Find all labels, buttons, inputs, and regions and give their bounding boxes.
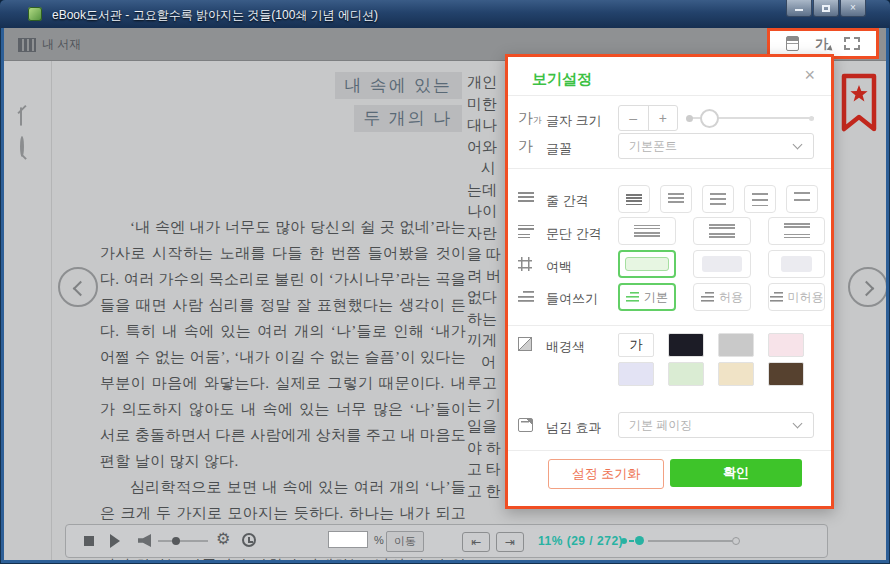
paragraph-spacing-option-2[interactable] [693, 217, 751, 245]
divider [508, 168, 831, 169]
font-select-value: 기본폰트 [629, 139, 677, 153]
bg-color-swatch-brown[interactable] [768, 362, 804, 386]
indent-label: 들여쓰기 [546, 290, 598, 308]
volume-slider-handle[interactable] [172, 537, 180, 545]
progress-slider-end [732, 537, 740, 545]
line-spacing-option-1[interactable] [618, 185, 650, 213]
bookmark-icon[interactable] [840, 73, 878, 133]
page-effect-select[interactable]: 기본 페이징 [618, 412, 814, 438]
chevron-left-icon [73, 281, 89, 297]
margin-option-large[interactable] [618, 250, 676, 278]
progress-slider-track[interactable] [648, 540, 732, 542]
page-effect-icon [518, 418, 533, 432]
line-spacing-option-5[interactable] [786, 185, 818, 213]
font-size-icon: 가가 [518, 110, 542, 125]
percent-sign: % [374, 534, 384, 546]
line-spacing-option-2[interactable] [660, 185, 692, 213]
tts-stop-button[interactable] [84, 536, 94, 546]
minimize-icon [795, 9, 803, 11]
paragraph-spacing-option-3[interactable] [768, 217, 825, 245]
progress-marker-dash [629, 540, 634, 542]
margin-option-medium[interactable] [693, 250, 751, 278]
indent-glyph [701, 292, 714, 303]
indent-icon [518, 290, 534, 303]
minimize-button[interactable] [786, 0, 812, 17]
fullscreen-icon[interactable] [844, 37, 860, 50]
bg-color-swatch-lavender[interactable] [618, 362, 654, 386]
confirm-button[interactable]: 확인 [670, 459, 802, 487]
line-spacing-option-4[interactable] [744, 185, 776, 213]
line-spacing-glyph [752, 193, 768, 206]
background-color-icon [518, 337, 532, 351]
indent-glyph [770, 292, 783, 303]
maximize-button[interactable] [813, 0, 839, 17]
chapter-title: 내 속에 있는 두 개의 나 [4, 72, 462, 138]
gear-icon[interactable]: ⚙ [216, 531, 230, 547]
bg-color-swatch-dark[interactable] [668, 333, 704, 357]
font-size-decrease-button[interactable]: – [619, 106, 648, 130]
font-settings-icon[interactable]: 가 [815, 37, 828, 50]
percent-input[interactable] [328, 531, 368, 548]
indent-option-disallow[interactable]: 미허용 [768, 283, 825, 311]
font-size-slider-min-dot [686, 115, 693, 122]
progress-marker-dot [621, 538, 627, 544]
prev-page-button[interactable] [58, 267, 98, 307]
my-library-label: 내 서재 [42, 36, 81, 53]
indent-option-label: 허용 [719, 289, 743, 306]
bg-color-swatch-cream[interactable] [718, 362, 754, 386]
bottom-toolbar: ⚙ % 이동 ⇤ ⇥ 11% (29 / 272) [65, 524, 828, 558]
font-size-label: 글자 크기 [546, 112, 602, 130]
paragraph-spacing-label: 문단 간격 [546, 225, 602, 243]
go-button[interactable]: 이동 [386, 531, 424, 552]
paragraph-spacing-icon [518, 225, 534, 238]
tts-play-button[interactable] [110, 534, 120, 548]
bg-color-swatch-gray[interactable] [718, 333, 754, 357]
margin-glyph [702, 256, 742, 272]
indent-option-allow[interactable]: 허용 [693, 283, 751, 311]
page-effect-label: 넘김 효과 [546, 419, 602, 437]
font-size-slider-max-dot [809, 116, 814, 121]
search-button[interactable] [20, 138, 24, 156]
next-page-button[interactable] [848, 267, 886, 307]
line-spacing-glyph [710, 193, 726, 205]
bg-color-swatch-green[interactable] [668, 362, 704, 386]
divider [508, 95, 831, 96]
paragraph-spacing-option-1[interactable] [618, 217, 676, 245]
volume-slider[interactable] [158, 540, 208, 542]
chevron-right-icon [859, 281, 875, 297]
progress-slider-handle[interactable] [635, 536, 644, 545]
line-spacing-glyph [668, 193, 684, 205]
bg-color-swatch-white[interactable]: 가 [618, 333, 654, 357]
font-icon: 가 [518, 138, 533, 153]
panel-close-icon[interactable]: × [804, 66, 815, 84]
indent-option-label: 기본 [644, 289, 668, 306]
bg-color-swatch-pink[interactable] [768, 333, 804, 357]
view-settings-icon[interactable] [786, 36, 799, 51]
reset-settings-button[interactable]: 설정 초기화 [548, 459, 664, 489]
font-size-slider-handle[interactable] [700, 109, 719, 128]
bookshelf-icon [18, 38, 36, 52]
close-window-button[interactable]: × [840, 0, 866, 17]
font-select[interactable]: 기본폰트 [618, 133, 814, 159]
background-color-label: 배경색 [546, 338, 585, 356]
paragraph-spacing-glyph [634, 225, 660, 238]
indent-option-default[interactable]: 기본 [618, 283, 676, 311]
clock-icon[interactable] [242, 533, 256, 547]
font-size-increase-button[interactable]: + [648, 106, 678, 130]
page-text: ‘내 속엔 내가 너무도 많아 당신의 쉴 곳 없네’라는 가사로 시작하는 노… [100, 214, 466, 560]
jump-to-end-button[interactable]: ⇥ [496, 532, 524, 552]
margin-option-small[interactable] [768, 250, 825, 278]
line-spacing-glyph [626, 194, 642, 205]
jump-to-start-button[interactable]: ⇤ [462, 532, 490, 552]
line-spacing-option-3[interactable] [702, 185, 734, 213]
line-spacing-icon [518, 192, 534, 205]
page-paragraph: ‘내 속엔 내가 너무도 많아 당신의 쉴 곳 없네’라는 가사로 시작하는 노… [100, 214, 466, 474]
titlebar[interactable]: eBook도서관 - 고요할수록 밝아지는 것들(100쇄 기념 에디션) × [0, 0, 890, 28]
app-icon [28, 7, 42, 21]
paragraph-spacing-glyph [709, 224, 735, 239]
chapter-title-line: 내 속에 있는 [335, 72, 463, 99]
margin-glyph [625, 257, 669, 271]
maximize-icon [822, 5, 830, 12]
volume-icon[interactable] [138, 534, 151, 547]
my-library-button[interactable]: 내 서재 [18, 36, 81, 53]
